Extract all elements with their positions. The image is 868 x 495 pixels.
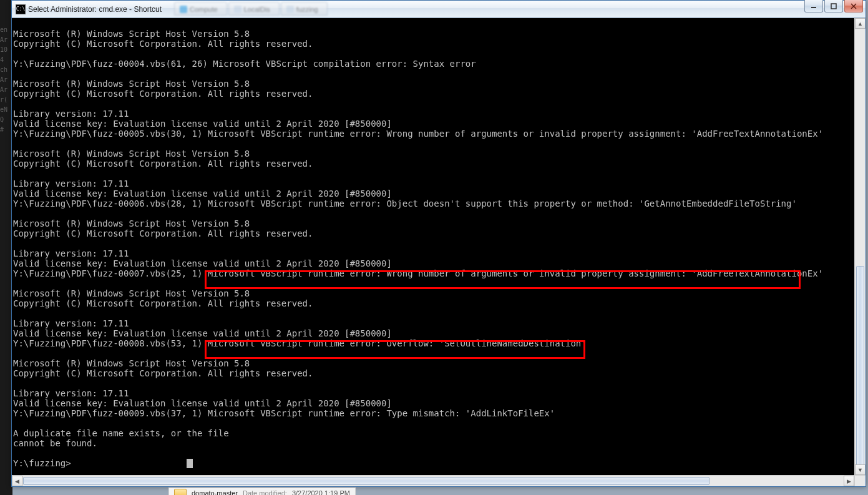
explorer-details-strip: domato-master Date modified: 3/27/2020 1… [168,488,356,495]
terminal-line [13,238,854,248]
terminal-line [13,99,854,109]
close-button[interactable] [844,0,863,12]
date-modified-label: Date modified: [243,489,287,496]
horizontal-scrollbar[interactable]: ◀ ▶ [12,475,854,486]
terminal-line: A duplicate file name exists, or the fil… [13,428,854,438]
terminal-line: Y:\Fuzzing\PDF\fuzz-00005.vbs(30, 1) Mic… [13,129,854,139]
terminal-line [13,208,854,218]
tab-favicon [180,6,187,13]
tab-label: fuzzing [296,6,318,13]
background-tab: LocalDis [228,2,280,16]
terminal-line: Valid license key: Evaluation license va… [13,189,854,198]
terminal-line [13,169,854,179]
horizontal-scroll-thumb[interactable] [23,477,710,485]
terminal-line: Microsoft (R) Windows Script Host Versio… [13,29,854,39]
folder-icon [174,489,187,496]
tab-label: LocalDis [244,6,270,13]
terminal-line [13,418,854,428]
terminal-line: Library version: 17.11 [13,109,854,119]
window-title: Select Administrator: cmd.exe - Shortcut [28,5,162,14]
background-browser-tabs: ComputeLocalDisfuzzing [174,2,328,16]
terminal-line: Copyright (C) Microsoft Corporation. All… [13,228,854,238]
terminal-prompt-line[interactable]: Y:\fuzzing> [13,458,854,468]
terminal-line: Copyright (C) Microsoft Corporation. All… [13,368,854,378]
terminal-line [13,19,854,29]
terminal-line: Library version: 17.11 [13,388,854,398]
terminal-line: Y:\Fuzzing\PDF\fuzz-00009.vbs(37, 1) Mic… [13,408,854,418]
vertical-scroll-track[interactable] [855,29,866,464]
maximize-icon [831,3,837,9]
terminal-line: Y:\Fuzzing\PDF\fuzz-00006.vbs(28, 1) Mic… [13,198,854,208]
terminal-cursor [187,459,193,468]
terminal-line: Microsoft (R) Windows Script Host Versio… [13,218,854,228]
terminal-line: Library version: 17.11 [13,318,854,328]
tab-favicon [234,6,241,13]
terminal-prompt: Y:\fuzzing> [13,458,71,468]
maximize-button[interactable] [824,0,843,12]
terminal-line: Copyright (C) Microsoft Corporation. All… [13,159,854,169]
tab-favicon [286,6,294,13]
background-editor-strip: enAr104chArArr(eNQ# [0,0,12,495]
tab-label: Compute [190,6,218,13]
scroll-left-button[interactable]: ◀ [12,476,22,486]
terminal-line: cannot be found. [13,438,854,448]
terminal-line: Y:\Fuzzing\PDF\fuzz-00007.vbs(25, 1) Mic… [13,268,854,278]
terminal-line: Valid license key: Evaluation license va… [13,398,854,408]
terminal-line: Microsoft (R) Windows Script Host Versio… [13,358,854,368]
terminal-line: Microsoft (R) Windows Script Host Versio… [13,79,854,89]
terminal-line: Copyright (C) Microsoft Corporation. All… [13,298,854,308]
terminal-line: Valid license key: Evaluation license va… [13,328,854,338]
terminal-line: Valid license key: Evaluation license va… [13,119,854,129]
close-icon [851,3,857,9]
terminal-line: Valid license key: Evaluation license va… [13,258,854,268]
svg-rect-1 [831,4,836,9]
terminal-line: Y:\Fuzzing\PDF\fuzz-00004.vbs(61, 26) Mi… [13,59,854,69]
terminal-line: Microsoft (R) Windows Script Host Versio… [13,149,854,159]
terminal-output[interactable]: Microsoft (R) Windows Script Host Versio… [13,19,854,475]
scrollbar-corner [854,475,866,486]
scroll-down-button[interactable]: ▼ [855,464,866,475]
window-controls [804,0,863,12]
date-modified-value: 3/27/2020 1:19 PM [292,489,350,496]
terminal-line [13,348,854,358]
terminal-line: Copyright (C) Microsoft Corporation. All… [13,39,854,49]
terminal-line: Copyright (C) Microsoft Corporation. All… [13,89,854,99]
title-bar[interactable]: C:\ Select Administrator: cmd.exe - Shor… [12,1,866,18]
background-tab: Compute [174,2,227,16]
scroll-right-button[interactable]: ▶ [844,476,854,486]
terminal-line [13,139,854,149]
vertical-scrollbar[interactable]: ▲ ▼ [854,18,866,475]
background-tab: fuzzing [281,2,328,16]
terminal-line: Library version: 17.11 [13,179,854,189]
terminal-line [13,308,854,318]
terminal-line: Library version: 17.11 [13,248,854,258]
minimize-icon [811,3,817,9]
terminal-line [13,69,854,79]
cmd-icon: C:\ [16,4,26,14]
terminal-line [13,49,854,59]
terminal-line: Y:\Fuzzing\PDF\fuzz-00008.vbs(53, 1) Mic… [13,338,854,348]
terminal-line [13,278,854,288]
terminal-line: Microsoft (R) Windows Script Host Versio… [13,288,854,298]
terminal-line [13,448,854,458]
vertical-scroll-thumb[interactable] [856,266,864,466]
scroll-up-button[interactable]: ▲ [855,18,866,29]
cmd-window: C:\ Select Administrator: cmd.exe - Shor… [11,0,866,487]
selected-item-name: domato-master [192,489,238,496]
terminal-line [13,378,854,388]
minimize-button[interactable] [804,0,823,12]
